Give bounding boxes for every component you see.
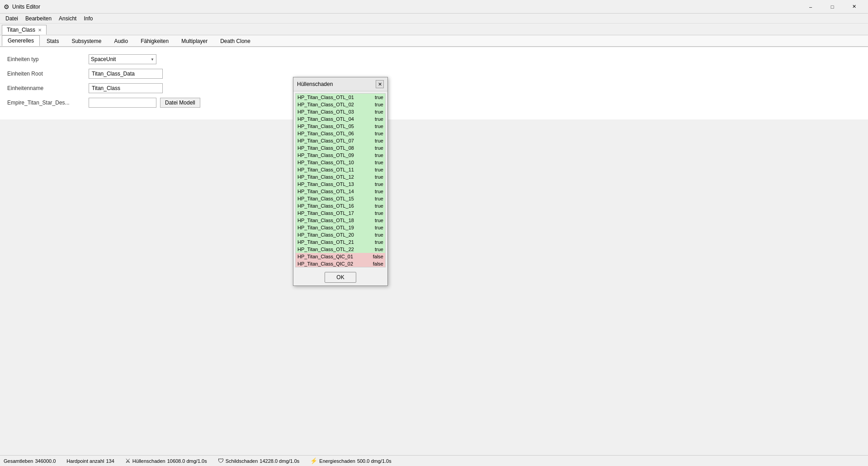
list-item-value: true <box>366 166 383 173</box>
list-item-value: true <box>366 224 383 231</box>
modal-close-button[interactable]: ✕ <box>376 80 384 88</box>
tab-faehigkeiten[interactable]: Fähigkeiten <box>135 36 175 46</box>
list-item-value: false <box>366 253 383 260</box>
empire-input[interactable] <box>89 98 156 108</box>
list-item[interactable]: HP_Titan_Class_OTL_04true <box>296 115 385 123</box>
list-item-name: HP_Titan_Class_OTL_18 <box>297 217 366 223</box>
list-item[interactable]: HP_Titan_Class_OTL_01true <box>296 94 385 101</box>
list-item-value: true <box>366 181 383 187</box>
list-item[interactable]: HP_Titan_Class_OTL_22true <box>296 246 385 253</box>
tab-subsysteme[interactable]: Subsysteme <box>66 36 107 46</box>
list-item-name: HP_Titan_Class_OTL_09 <box>297 152 366 158</box>
tab-multiplayer[interactable]: Multiplayer <box>175 36 213 46</box>
empire-label: Empire_Titan_Star_Des... <box>7 100 89 106</box>
tab-death-clone[interactable]: Death Clone <box>214 36 256 46</box>
list-item-value: true <box>366 188 383 195</box>
list-item-value: true <box>366 138 383 144</box>
hardpoint-label: Hardpoint anzahl <box>66 458 104 464</box>
einheitenname-row: Einheitenname <box>7 83 861 93</box>
modal-ok-button[interactable]: OK <box>325 272 356 283</box>
list-item-name: HP_Titan_Class_OTL_22 <box>297 246 366 252</box>
list-item[interactable]: HP_Titan_Class_OTL_15true <box>296 195 385 202</box>
list-item[interactable]: HP_Titan_Class_OTL_16true <box>296 202 385 209</box>
datei-modell-button[interactable]: Datei Modell <box>160 98 200 108</box>
energieschaden-icon: ⚡ <box>310 457 317 464</box>
menu-info[interactable]: Info <box>80 14 96 23</box>
list-item-name: HP_Titan_Class_OTL_20 <box>297 232 366 238</box>
list-item-name: HP_Titan_Class_OTL_11 <box>297 166 366 173</box>
list-item[interactable]: HP_Titan_Class_OTL_13true <box>296 181 385 188</box>
list-item-name: HP_Titan_Class_OTL_01 <box>297 94 366 100</box>
list-item-name: HP_Titan_Class_QIC_01 <box>297 253 366 260</box>
list-item[interactable]: HP_Titan_Class_OTL_10true <box>296 159 385 166</box>
status-bar: Gesamtleben 346000.0 Hardpoint anzahl 13… <box>0 455 868 466</box>
title-bar: ⚙ Units Editor – □ ✕ <box>0 0 868 14</box>
minimize-button[interactable]: – <box>800 0 821 14</box>
list-item-name: HP_Titan_Class_QIC_02 <box>297 261 366 267</box>
list-item[interactable]: HP_Titan_Class_OTL_20true <box>296 231 385 238</box>
app-title: Units Editor <box>12 4 800 10</box>
schildschaden-value: 14228.0 dmg/1.0s <box>259 458 299 464</box>
list-item[interactable]: HP_Titan_Class_QIC_01false <box>296 253 385 260</box>
einheiten-typ-select[interactable]: SpaceUnit <box>89 54 156 64</box>
einheiten-typ-row: Einheiten typ SpaceUnit <box>7 54 861 64</box>
list-item[interactable]: HP_Titan_Class_OTL_21true <box>296 238 385 246</box>
tab-audio[interactable]: Audio <box>108 36 134 46</box>
energieschaden-value: 500.0 dmg/1.0s <box>357 458 392 464</box>
list-item-value: true <box>366 94 383 100</box>
einheiten-root-label: Einheiten Root <box>7 71 89 77</box>
list-item-value: true <box>366 239 383 245</box>
einheiten-root-input[interactable] <box>89 69 163 79</box>
list-item-value: true <box>366 174 383 180</box>
doc-tab-titan-class[interactable]: Titan_Class ✕ <box>2 25 47 35</box>
list-item[interactable]: HP_Titan_Class_OTL_02true <box>296 101 385 108</box>
list-item[interactable]: HP_Titan_Class_OTL_07true <box>296 137 385 144</box>
list-item-value: true <box>366 152 383 158</box>
list-item[interactable]: HP_Titan_Class_OTL_03true <box>296 108 385 115</box>
einheiten-root-row: Einheiten Root <box>7 69 861 79</box>
close-button[interactable]: ✕ <box>844 0 864 14</box>
list-item[interactable]: HP_Titan_Class_OTL_08true <box>296 144 385 152</box>
status-gesamtleben: Gesamtleben 346000.0 <box>4 458 56 464</box>
list-item[interactable]: HP_Titan_Class_OTL_09true <box>296 152 385 159</box>
doc-tab-close-icon[interactable]: ✕ <box>38 28 42 33</box>
list-item-name: HP_Titan_Class_OTL_15 <box>297 195 366 202</box>
list-item[interactable]: HP_Titan_Class_OTL_05true <box>296 123 385 130</box>
list-item-value: true <box>366 217 383 223</box>
list-item-name: HP_Titan_Class_OTL_06 <box>297 130 366 137</box>
menu-ansicht[interactable]: Ansicht <box>55 14 80 23</box>
main-content: Einheiten typ SpaceUnit Einheiten Root E… <box>0 47 868 119</box>
tab-stats[interactable]: Stats <box>41 36 65 46</box>
list-item-value: true <box>366 246 383 252</box>
list-item-value: false <box>366 261 383 267</box>
list-item[interactable]: HP_Titan_Class_OTL_11true <box>296 166 385 173</box>
list-item-name: HP_Titan_Class_OTL_10 <box>297 159 366 166</box>
app-icon: ⚙ <box>4 3 9 10</box>
list-item[interactable]: HP_Titan_Class_QIC_02false <box>296 260 385 267</box>
einheitenname-input[interactable] <box>89 83 163 93</box>
menu-datei[interactable]: Datei <box>2 14 22 23</box>
list-item-name: HP_Titan_Class_OTL_14 <box>297 188 366 195</box>
list-item-name: HP_Titan_Class_OTL_21 <box>297 239 366 245</box>
huellenschaden-value: 10608.0 dmg/1.0s <box>167 458 207 464</box>
content-tabs: Generelles Stats Subsysteme Audio Fähigk… <box>0 35 868 47</box>
maximize-button[interactable]: □ <box>822 0 843 14</box>
list-item-value: true <box>366 101 383 108</box>
status-energieschaden: ⚡ Energieschaden 500.0 dmg/1.0s <box>310 457 391 464</box>
list-item[interactable]: HP_Titan_Class_OTL_17true <box>296 209 385 217</box>
list-item[interactable]: HP_Titan_Class_OTL_18true <box>296 217 385 224</box>
list-item[interactable]: HP_Titan_Class_OTL_06true <box>296 130 385 137</box>
menu-bearbeiten[interactable]: Bearbeiten <box>22 14 55 23</box>
list-item[interactable]: HP_Titan_Class_OTL_12true <box>296 173 385 181</box>
list-item[interactable]: HP_Titan_Class_OTL_19true <box>296 224 385 231</box>
huellenschaden-label: Hüllenschaden <box>132 458 165 464</box>
tab-generelles[interactable]: Generelles <box>2 35 40 46</box>
modal-title: Hüllenschaden <box>297 81 333 87</box>
status-schildschaden: 🛡 Schildschaden 14228.0 dmg/1.0s <box>218 457 300 464</box>
list-item-name: HP_Titan_Class_OTL_16 <box>297 203 366 209</box>
modal-dialog: Hüllenschaden ✕ HP_Titan_Class_OTL_01tru… <box>293 77 388 286</box>
list-item-value: true <box>366 195 383 202</box>
list-item[interactable]: HP_Titan_Class_OTL_14true <box>296 188 385 195</box>
modal-list[interactable]: HP_Titan_Class_OTL_01trueHP_Titan_Class_… <box>295 93 386 267</box>
list-item-name: HP_Titan_Class_OTL_02 <box>297 101 366 108</box>
